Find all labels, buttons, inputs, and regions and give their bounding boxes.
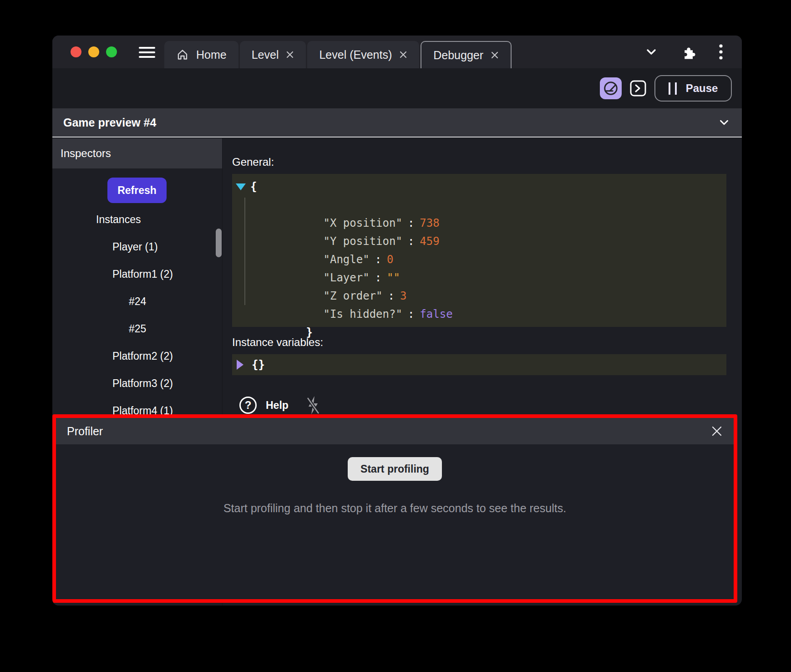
- home-icon: [176, 48, 189, 61]
- app-window: Home Level Level (Events) Debugger: [52, 36, 742, 606]
- profiler-panel: Profiler Start profiling Start profiling…: [52, 414, 737, 603]
- tab-label: Debugger: [433, 49, 483, 62]
- instances-tree: Instances Player (1) Platform1 (2) #24 #…: [52, 206, 222, 424]
- indent-guide: [244, 198, 245, 305]
- refresh-button[interactable]: Refresh: [107, 178, 167, 203]
- console-button[interactable]: [629, 79, 647, 97]
- minimize-window-button[interactable]: [88, 46, 99, 57]
- tree-item-player[interactable]: Player (1): [52, 233, 222, 260]
- game-preview-title: Game preview #4: [63, 116, 156, 129]
- profiler-close-icon[interactable]: [711, 425, 723, 437]
- json-root-row: {: [232, 178, 726, 196]
- help-question-icon[interactable]: ?: [239, 397, 257, 414]
- tab-label: Level: [252, 48, 279, 61]
- traffic-lights: [71, 46, 117, 57]
- tab-level-events[interactable]: Level (Events): [307, 41, 419, 68]
- help-label[interactable]: Help: [266, 399, 289, 412]
- expand-tabs-chevron-down-icon[interactable]: [644, 36, 659, 68]
- profiler-body: Start profiling Start profiling and then…: [56, 444, 734, 515]
- more-options-kebab-icon[interactable]: [719, 36, 723, 68]
- debugger-main: Inspectors Refresh Instances Player (1) …: [52, 138, 742, 606]
- pause-label: Pause: [686, 82, 718, 95]
- close-icon[interactable]: [286, 51, 294, 59]
- tree-item-platform1[interactable]: Platform1 (2): [52, 260, 222, 288]
- help-row: ? Help: [232, 395, 726, 415]
- question-glyph: ?: [245, 399, 252, 412]
- close-window-button[interactable]: [71, 46, 81, 57]
- open-brace: {: [250, 178, 257, 196]
- tab-label: Home: [196, 48, 227, 61]
- flash-off-icon[interactable]: [306, 395, 320, 415]
- profiler-toggle-button[interactable]: [600, 77, 622, 99]
- tree-item-platform2[interactable]: Platform2 (2): [52, 342, 222, 370]
- general-section-label: General:: [232, 156, 726, 168]
- close-icon[interactable]: [491, 51, 499, 59]
- general-json-view: { "X position":738 "Y position":459 "Ang…: [232, 174, 726, 327]
- collapse-expanded-arrow-icon[interactable]: [236, 183, 246, 190]
- tab-home[interactable]: Home: [164, 41, 238, 68]
- collapse-preview-chevron-down-icon[interactable]: [717, 116, 731, 129]
- tab-label: Level (Events): [319, 48, 392, 61]
- tree-item-instances[interactable]: Instances: [52, 206, 222, 233]
- zoom-window-button[interactable]: [106, 46, 117, 57]
- start-profiling-button[interactable]: Start profiling: [348, 457, 442, 481]
- pause-button[interactable]: Pause: [654, 75, 732, 102]
- menu-icon[interactable]: [139, 47, 155, 58]
- tree-item-24[interactable]: #24: [52, 288, 222, 315]
- tree-item-platform3[interactable]: Platform3 (2): [52, 370, 222, 397]
- game-preview-header[interactable]: Game preview #4: [52, 108, 742, 137]
- debugger-toolbar: Pause: [52, 68, 742, 108]
- expand-collapsed-arrow-icon[interactable]: [237, 360, 243, 370]
- instance-variables-json-view: {}: [232, 354, 726, 375]
- empty-object-value: {}: [252, 358, 265, 371]
- profiler-gauge-icon: [603, 81, 619, 96]
- tree-item-25[interactable]: #25: [52, 315, 222, 342]
- tab-level[interactable]: Level: [240, 41, 306, 68]
- profiler-header: Profiler: [56, 418, 734, 444]
- extensions-puzzle-icon[interactable]: [680, 36, 696, 68]
- tab-bar: Home Level Level (Events) Debugger: [164, 41, 512, 68]
- json-line-x-position: "X position":738: [232, 196, 726, 214]
- close-icon[interactable]: [399, 51, 407, 59]
- tree-scrollbar[interactable]: [216, 229, 222, 257]
- tab-debugger[interactable]: Debugger: [421, 41, 512, 68]
- titlebar: Home Level Level (Events) Debugger: [52, 36, 742, 68]
- console-icon: [629, 80, 647, 97]
- close-brace: }: [306, 326, 313, 339]
- profiler-description: Start profiling and then stop it after a…: [56, 502, 734, 515]
- pause-icon: [669, 82, 677, 95]
- profiler-title: Profiler: [67, 425, 103, 438]
- inspectors-header: Inspectors: [52, 138, 222, 168]
